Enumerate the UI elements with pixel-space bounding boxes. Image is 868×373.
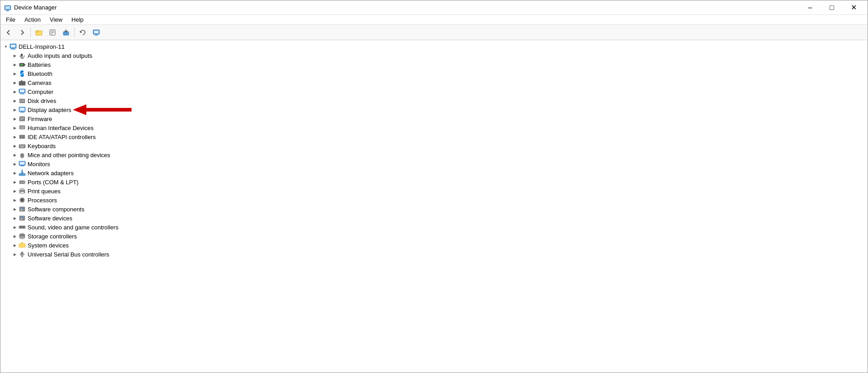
- monitors-label: Monitors: [28, 161, 50, 168]
- sw-devices-expander[interactable]: [11, 214, 19, 222]
- close-button[interactable]: ✕: [843, 0, 864, 15]
- tree-item-monitors[interactable]: Monitors: [0, 159, 868, 168]
- tree-item-usb[interactable]: Universal Serial Bus controllers: [0, 250, 868, 259]
- tree-item-ports[interactable]: Ports (COM & LPT): [0, 177, 868, 186]
- svg-rect-109: [19, 243, 25, 247]
- minimize-button[interactable]: –: [800, 0, 821, 15]
- tree-item-network[interactable]: Network adapters: [0, 168, 868, 177]
- svg-point-108: [19, 236, 25, 239]
- svg-rect-113: [20, 254, 22, 255]
- menu-action[interactable]: Action: [21, 15, 44, 24]
- monitors-expander[interactable]: [11, 160, 19, 168]
- forward-icon: [19, 29, 26, 36]
- tree-item-display[interactable]: Display adapters: [0, 105, 868, 114]
- root-expander[interactable]: [2, 43, 9, 50]
- toolbar-forward[interactable]: [16, 26, 28, 39]
- svg-rect-30: [21, 80, 23, 82]
- svg-rect-69: [20, 166, 24, 166]
- tree-item-batteries[interactable]: Batteries: [0, 60, 868, 69]
- svg-marker-110: [22, 242, 23, 243]
- ide-expander[interactable]: [11, 133, 19, 140]
- menu-view[interactable]: View: [46, 15, 66, 24]
- svg-rect-23: [24, 64, 25, 65]
- svg-rect-98: [19, 216, 25, 220]
- tree-item-keyboards[interactable]: Keyboards: [0, 141, 868, 150]
- tree-item-processors[interactable]: Processors: [0, 196, 868, 205]
- system-label: System devices: [28, 242, 69, 249]
- tree-item-sw-components[interactable]: Software components: [0, 205, 868, 214]
- audio-expander[interactable]: [11, 52, 19, 59]
- sound-expander[interactable]: [11, 224, 19, 231]
- usb-icon: [19, 251, 26, 258]
- print-expander[interactable]: [11, 187, 19, 195]
- device-manager-window: Device Manager – □ ✕ File Action View He…: [0, 0, 868, 373]
- bluetooth-icon: ⎇: [19, 70, 26, 77]
- svg-rect-82: [21, 199, 24, 201]
- system-expander[interactable]: [11, 242, 19, 249]
- tree-item-bluetooth[interactable]: ⎇ Bluetooth: [0, 69, 868, 78]
- tree-item-mice[interactable]: Mice and other pointing devices: [0, 150, 868, 159]
- computer-expander[interactable]: [11, 88, 19, 95]
- main-content: DELL-Inspiron-11 Audio inputs and output…: [0, 40, 868, 373]
- tree-item-firmware[interactable]: Firmware: [0, 114, 868, 123]
- toolbar-computer[interactable]: [90, 26, 103, 39]
- sound-icon: [19, 224, 26, 231]
- root-label: DELL-Inspiron-11: [19, 43, 65, 50]
- tree-item-print[interactable]: Print queues: [0, 186, 868, 196]
- menu-help[interactable]: Help: [68, 15, 87, 24]
- tree-item-storage[interactable]: Storage controllers: [0, 232, 868, 241]
- svg-rect-70: [19, 173, 25, 176]
- toolbar-back[interactable]: [2, 26, 15, 39]
- tree-item-disk[interactable]: Disk drives: [0, 96, 868, 105]
- tree-item-cameras[interactable]: Cameras: [0, 78, 868, 87]
- storage-expander[interactable]: [11, 233, 19, 240]
- svg-rect-16: [11, 45, 15, 47]
- tree-item-audio[interactable]: Audio inputs and outputs: [0, 51, 868, 60]
- hid-expander[interactable]: [11, 124, 19, 131]
- svg-rect-50: [22, 126, 23, 127]
- display-expander[interactable]: [11, 106, 19, 113]
- svg-rect-12: [94, 31, 99, 33]
- sw-components-expander[interactable]: [11, 205, 19, 213]
- cameras-expander[interactable]: [11, 79, 19, 86]
- keyboards-label: Keyboards: [28, 143, 56, 149]
- minimize-icon: –: [808, 4, 812, 12]
- batteries-expander[interactable]: [11, 61, 19, 68]
- toolbar-refresh[interactable]: [76, 26, 89, 39]
- tree-item-ide[interactable]: IDE ATA/ATAPI controllers: [0, 132, 868, 141]
- toolbar-update-driver[interactable]: [60, 26, 72, 39]
- svg-rect-18: [11, 49, 15, 50]
- disk-icon: [19, 97, 26, 104]
- svg-rect-61: [23, 145, 24, 146]
- svg-rect-40: [20, 108, 25, 111]
- svg-point-76: [22, 182, 23, 183]
- firmware-expander[interactable]: [11, 115, 19, 122]
- display-adapters-row: Display adapters: [0, 105, 868, 114]
- maximize-button[interactable]: □: [821, 0, 842, 15]
- processors-expander[interactable]: [11, 196, 19, 204]
- svg-point-105: [23, 227, 24, 228]
- batteries-icon: [19, 61, 26, 68]
- keyboards-expander[interactable]: [11, 142, 19, 149]
- tree-item-sw-devices[interactable]: Software devices: [0, 214, 868, 223]
- toolbar-separator-2: [74, 28, 75, 37]
- tree-item-system[interactable]: System devices: [0, 241, 868, 250]
- svg-rect-52: [20, 128, 24, 129]
- mice-expander[interactable]: [11, 151, 19, 159]
- svg-rect-5: [36, 31, 38, 32]
- tree-item-computer[interactable]: Computer: [0, 87, 868, 96]
- back-icon: [5, 29, 12, 36]
- toolbar-properties[interactable]: [46, 26, 59, 39]
- disk-expander[interactable]: [11, 97, 19, 104]
- ports-expander[interactable]: [11, 178, 19, 186]
- tree-root[interactable]: DELL-Inspiron-11: [0, 42, 868, 51]
- bluetooth-expander[interactable]: [11, 70, 19, 77]
- menu-file[interactable]: File: [2, 15, 19, 24]
- tree-item-hid[interactable]: Human Interface Devices: [0, 123, 868, 132]
- svg-point-77: [23, 182, 24, 183]
- network-expander[interactable]: [11, 169, 19, 177]
- tree-item-sound[interactable]: Sound, video and game controllers: [0, 223, 868, 232]
- toolbar-show-hidden[interactable]: [33, 26, 45, 39]
- usb-expander[interactable]: [11, 251, 19, 258]
- svg-rect-1: [5, 6, 10, 9]
